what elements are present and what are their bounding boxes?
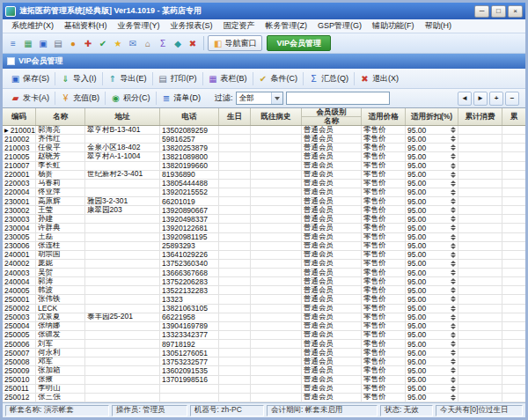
dropdown-icon[interactable]: [354, 376, 359, 384]
dropdown-icon[interactable]: [354, 331, 359, 339]
module-icon[interactable]: ◆: [171, 36, 185, 51]
dropdown-icon[interactable]: [398, 242, 403, 250]
cell-member-level[interactable]: 普通会员: [302, 340, 362, 348]
cell-price-type[interactable]: 零售价: [362, 242, 406, 250]
cell-member-level[interactable]: 普通会员: [302, 376, 362, 384]
import-button[interactable]: ⇓导入(I): [55, 70, 102, 87]
table-row[interactable]: 230002王莹康翠园20313920890667普通会员零售价95.00: [3, 206, 525, 215]
table-row[interactable]: 210007李长虹13820199660普通会员零售价95.00: [3, 162, 525, 171]
spinner-icon[interactable]: [451, 350, 456, 356]
cell-discount[interactable]: 95.00: [406, 135, 458, 143]
cell-discount[interactable]: 95.00: [406, 251, 458, 259]
points-button[interactable]: ◉积分(C): [106, 90, 156, 107]
cell-price-type[interactable]: 零售价: [362, 251, 406, 259]
home-icon[interactable]: ⌂: [141, 36, 155, 51]
table-row[interactable]: 220003马春莉13805444488普通会员零售价95.00: [3, 180, 525, 188]
cell-price-type[interactable]: 零售价: [362, 322, 406, 330]
cell-price-type[interactable]: 零售价: [362, 385, 406, 393]
dropdown-icon[interactable]: [354, 162, 359, 170]
column-header[interactable]: 累: [502, 108, 525, 125]
cell-discount[interactable]: 95.00: [406, 224, 458, 232]
spinner-icon[interactable]: [451, 181, 456, 187]
spinner-icon[interactable]: [451, 189, 456, 195]
cell-price-type[interactable]: 零售价: [362, 260, 406, 268]
cell-discount[interactable]: 95.00: [406, 376, 458, 384]
spinner-icon[interactable]: [451, 323, 456, 329]
cell-member-level[interactable]: 普通会员: [302, 251, 362, 259]
dropdown-icon[interactable]: [354, 242, 359, 250]
dropdown-icon[interactable]: [398, 233, 403, 241]
exit-button[interactable]: ✖退出(X): [355, 70, 404, 87]
spinner-icon[interactable]: [451, 136, 456, 142]
dropdown-icon[interactable]: [398, 251, 403, 259]
dropdown-icon[interactable]: [354, 197, 359, 205]
columns-button[interactable]: ▦表栏(B): [203, 70, 253, 87]
table-row[interactable]: 250005张疆发13323342377普通会员零售价95.00: [3, 331, 525, 340]
print-icon[interactable]: ▤: [51, 36, 65, 51]
dropdown-icon[interactable]: [398, 331, 403, 339]
cell-discount[interactable]: 95.00: [406, 313, 458, 321]
dropdown-icon[interactable]: [398, 277, 403, 285]
dropdown-icon[interactable]: [398, 180, 403, 188]
table-row[interactable]: 220001杨贵世纪新村2-3-40181936890普通会员零售价95.00: [3, 171, 525, 180]
cell-price-type[interactable]: 零售价: [362, 331, 406, 339]
table-row[interactable]: 210005赵晓芳翠亨村A-1-100413821089800普通会员零售价95…: [3, 152, 525, 161]
cell-price-type[interactable]: 零售价: [362, 357, 406, 365]
table-row[interactable]: 240004郭涛13752206283普通会员零售价95.00: [3, 277, 525, 286]
spinner-icon[interactable]: [451, 367, 456, 373]
close-button[interactable]: ×: [508, 5, 523, 18]
column-header[interactable]: 编码: [3, 108, 36, 125]
dropdown-icon[interactable]: [354, 171, 359, 179]
condition-button[interactable]: ✔条件(C): [253, 70, 304, 87]
table-row[interactable]: 240003吴贺13666367668普通会员零售价95.00: [3, 269, 525, 277]
column-header[interactable]: 适用价格: [362, 108, 406, 125]
cell-price-type[interactable]: 零售价: [362, 206, 406, 214]
menu-item[interactable]: GSP管理(G): [312, 20, 367, 32]
spinner-icon[interactable]: [451, 358, 456, 365]
column-header[interactable]: 既往病史: [251, 108, 302, 125]
cell-price-type[interactable]: 零售价: [362, 233, 406, 241]
spinner-icon[interactable]: [451, 306, 456, 312]
table-row[interactable]: 210002齐伟红59816257普通会员零售价95.00: [3, 135, 525, 144]
cell-discount[interactable]: 95.00: [406, 188, 458, 196]
dropdown-icon[interactable]: [398, 286, 403, 294]
issue-card-button[interactable]: ▰发卡(A): [5, 90, 55, 107]
dropdown-icon[interactable]: [354, 349, 359, 357]
cell-member-level[interactable]: 普通会员: [302, 162, 362, 170]
dropdown-icon[interactable]: [354, 366, 359, 374]
cell-price-type[interactable]: 零售价: [362, 162, 406, 170]
menu-item[interactable]: 业务管理(Y): [113, 20, 165, 32]
cell-member-level[interactable]: 普通会员: [302, 197, 362, 205]
cell-price-type[interactable]: 零售价: [362, 305, 406, 313]
cell-discount[interactable]: 95.00: [406, 233, 458, 241]
dropdown-icon[interactable]: [398, 385, 403, 393]
dropdown-icon[interactable]: [398, 126, 403, 134]
dropdown-icon[interactable]: [354, 260, 359, 268]
table-row[interactable]: 230004许群典13920122681普通会员零售价95.00: [3, 224, 525, 232]
search-icon[interactable]: ●: [66, 36, 80, 51]
cell-member-level[interactable]: 普通会员: [302, 188, 362, 196]
next-record-button[interactable]: ►: [473, 92, 488, 106]
cell-price-type[interactable]: 零售价: [362, 394, 406, 402]
dropdown-icon[interactable]: [398, 394, 403, 402]
filter-select[interactable]: 全部: [236, 92, 283, 105]
dropdown-icon[interactable]: [398, 376, 403, 384]
cell-member-level[interactable]: 普通会员: [302, 305, 362, 313]
cell-price-type[interactable]: 零售价: [362, 313, 406, 321]
spinner-icon[interactable]: [451, 216, 456, 222]
column-header-member-level[interactable]: 会员级别名称: [302, 108, 362, 125]
cell-member-level[interactable]: 普通会员: [302, 144, 362, 151]
summary-icon[interactable]: Σ: [156, 36, 170, 51]
dropdown-icon[interactable]: [354, 152, 359, 160]
cell-price-type[interactable]: 零售价: [362, 188, 406, 196]
mail-icon[interactable]: ✉: [126, 36, 140, 51]
spinner-icon[interactable]: [451, 207, 456, 213]
cell-discount[interactable]: 95.00: [406, 331, 458, 339]
column-header[interactable]: 电话: [160, 108, 219, 125]
table-row[interactable]: 250004张纳娜13904169789普通会员零售价95.00: [3, 322, 525, 331]
table-row[interactable]: 250007何永利13051276051普通会员零售价95.00: [3, 349, 525, 357]
dropdown-icon[interactable]: [398, 305, 403, 313]
cell-member-level[interactable]: 普通会员: [302, 171, 362, 179]
column-header[interactable]: 生日: [219, 108, 251, 125]
dropdown-icon[interactable]: [354, 215, 359, 223]
